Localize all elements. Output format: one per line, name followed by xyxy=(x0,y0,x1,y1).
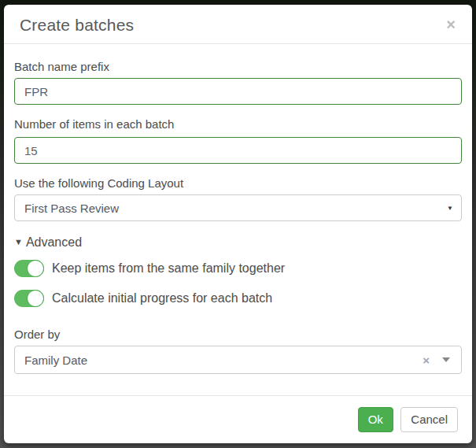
keep-family-toggle-row: Keep items from the same family together xyxy=(14,260,462,277)
toggle-knob xyxy=(27,260,44,277)
modal-footer: Ok Cancel xyxy=(4,395,472,443)
chevron-down-icon: ▼ xyxy=(447,205,453,212)
create-batches-modal: Create batches × Batch name prefix Numbe… xyxy=(4,5,472,443)
batch-name-prefix-label: Batch name prefix xyxy=(14,61,462,73)
advanced-section-toggle[interactable]: ▼ Advanced xyxy=(14,235,462,249)
calc-progress-toggle[interactable] xyxy=(14,290,44,307)
ok-button[interactable]: Ok xyxy=(358,407,393,432)
keep-family-toggle-label: Keep items from the same family together xyxy=(52,261,285,276)
calc-progress-toggle-label: Calculate initial progress for each batc… xyxy=(52,291,272,305)
items-per-batch-label: Number of items in each batch xyxy=(14,118,462,131)
advanced-label: Advanced xyxy=(26,235,82,249)
caret-down-icon: ▼ xyxy=(14,235,23,249)
modal-body: Batch name prefix Number of items in eac… xyxy=(4,44,472,374)
coding-layout-select[interactable]: First Pass Review ▼ xyxy=(14,194,462,221)
modal-title: Create batches xyxy=(20,15,456,35)
modal-header: Create batches × xyxy=(4,5,472,44)
calc-progress-toggle-row: Calculate initial progress for each batc… xyxy=(14,290,462,307)
cancel-button[interactable]: Cancel xyxy=(400,407,458,432)
order-by-label: Order by xyxy=(14,328,462,341)
batch-name-prefix-input[interactable] xyxy=(14,78,462,105)
order-by-select[interactable]: Family Date × xyxy=(14,346,462,374)
coding-layout-label: Use the following Coding Layout xyxy=(14,177,462,190)
close-icon[interactable]: × xyxy=(446,17,456,32)
keep-family-toggle[interactable] xyxy=(14,260,44,277)
clear-icon[interactable]: × xyxy=(422,354,430,367)
chevron-down-icon[interactable] xyxy=(442,357,450,362)
toggle-knob xyxy=(27,290,44,307)
items-per-batch-input[interactable] xyxy=(14,137,462,164)
coding-layout-selected-value: First Pass Review xyxy=(24,202,447,215)
order-by-selected-value: Family Date xyxy=(24,354,422,367)
